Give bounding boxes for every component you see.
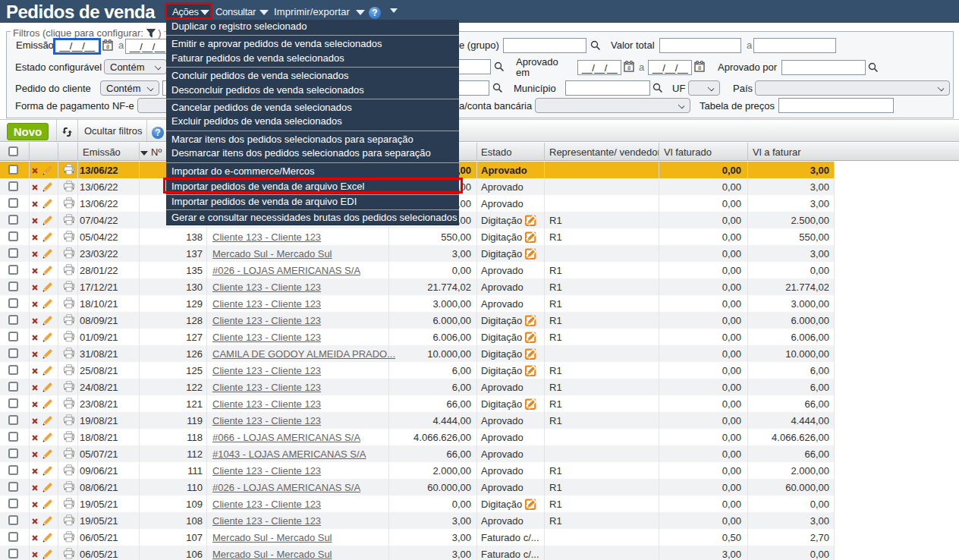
svg-text:8: 8 [627, 64, 630, 71]
svg-text:8: 8 [698, 64, 701, 71]
svg-text:8: 8 [106, 43, 109, 50]
